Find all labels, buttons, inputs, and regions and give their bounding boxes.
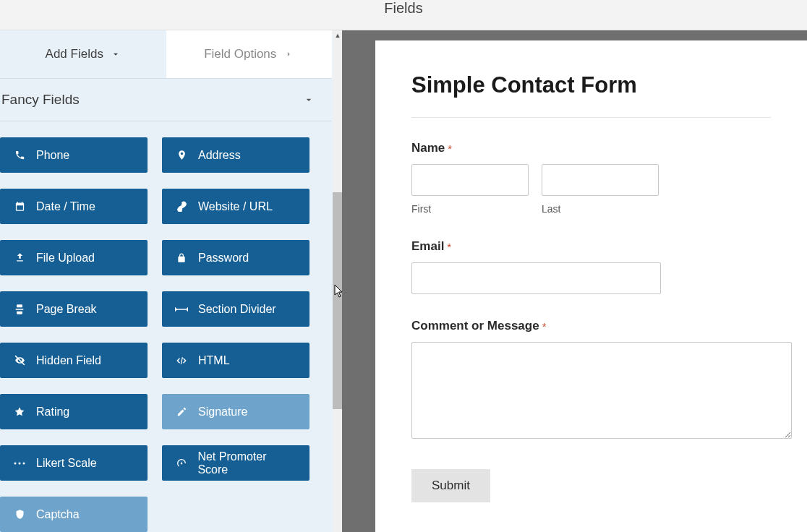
field-label: Phone	[36, 149, 69, 162]
field-label: Likert Scale	[36, 457, 97, 470]
field-label: Captcha	[36, 508, 80, 521]
first-name-input[interactable]	[411, 164, 529, 196]
field-address[interactable]: Address	[162, 137, 309, 173]
last-name-input[interactable]	[542, 164, 659, 196]
field-label: Website / URL	[198, 200, 273, 213]
field-label: Rating	[36, 406, 69, 419]
chevron-right-icon	[283, 49, 294, 59]
field-file-upload[interactable]: File Upload	[0, 240, 148, 275]
calendar-icon	[13, 201, 26, 212]
message-textarea[interactable]	[411, 342, 792, 439]
divider-icon	[175, 306, 188, 313]
fields-grid: PhoneAddressDate / TimeWebsite / URLFile…	[0, 121, 332, 532]
section-title: Fancy Fields	[1, 92, 80, 108]
form-title: Simple Contact Form	[411, 72, 771, 98]
dots-icon	[13, 460, 26, 467]
field-label: Page Break	[36, 303, 97, 316]
field-hidden-field[interactable]: Hidden Field	[0, 343, 148, 378]
svg-point-3	[23, 462, 25, 464]
email-label-text: Email	[411, 239, 444, 254]
required-marker: *	[542, 320, 547, 332]
name-label-text: Name	[411, 141, 445, 155]
field-likert-scale[interactable]: Likert Scale	[0, 445, 148, 481]
required-marker: *	[447, 241, 451, 253]
submit-button[interactable]: Submit	[411, 469, 490, 502]
phone-icon	[13, 150, 26, 160]
first-sublabel: First	[411, 203, 529, 215]
field-password[interactable]: Password	[162, 240, 309, 275]
topbar: Fields	[0, 0, 807, 30]
field-signature[interactable]: Signature	[162, 394, 309, 429]
svg-point-2	[19, 462, 21, 464]
email-label: Email *	[411, 239, 771, 254]
tab-add-fields[interactable]: Add Fields	[0, 30, 166, 78]
last-sublabel: Last	[542, 203, 659, 215]
tab-field-options[interactable]: Field Options	[166, 30, 333, 78]
pin-icon	[175, 150, 188, 160]
pencil-icon	[175, 406, 188, 417]
upload-icon	[13, 252, 26, 263]
field-label: Section Divider	[198, 303, 276, 316]
field-label: HTML	[198, 354, 230, 367]
scrollbar-thumb[interactable]	[333, 192, 343, 409]
chevron-down-icon	[111, 49, 121, 59]
tab-field-options-label: Field Options	[204, 47, 276, 61]
field-date-time[interactable]: Date / Time	[0, 189, 148, 224]
lock-icon	[175, 253, 188, 263]
pagebreak-icon	[13, 304, 26, 315]
field-label: Address	[198, 149, 241, 162]
left-panel: Add Fields Field Options Fancy Fields	[0, 30, 342, 532]
field-page-break[interactable]: Page Break	[0, 291, 148, 327]
field-section-divider[interactable]: Section Divider	[162, 291, 309, 327]
field-captcha[interactable]: Captcha	[0, 497, 148, 532]
section-fancy-fields[interactable]: Fancy Fields	[0, 78, 332, 121]
email-input[interactable]	[411, 262, 661, 294]
field-label: Signature	[198, 406, 248, 419]
message-label-text: Comment or Message	[411, 319, 539, 333]
field-label: Hidden Field	[36, 354, 101, 367]
field-rating[interactable]: Rating	[0, 394, 148, 429]
message-label: Comment or Message *	[411, 319, 771, 333]
field-label: Date / Time	[36, 200, 95, 213]
tab-add-fields-label: Add Fields	[46, 47, 103, 61]
name-label: Name *	[411, 141, 771, 155]
divider	[411, 117, 771, 118]
field-phone[interactable]: Phone	[0, 137, 148, 173]
chevron-down-icon	[303, 94, 315, 106]
field-html[interactable]: HTML	[162, 343, 309, 378]
field-label: File Upload	[36, 252, 95, 265]
field-label: Net Promoter Score	[197, 450, 296, 476]
preview-panel: Simple Contact Form Name * First Last Em…	[342, 30, 807, 532]
code-icon	[175, 355, 188, 366]
hidden-icon	[13, 354, 26, 366]
form-card: Simple Contact Form Name * First Last Em…	[375, 40, 807, 532]
topbar-title: Fields	[384, 0, 422, 17]
star-icon	[13, 406, 26, 418]
scrollbar-arrow-up-icon[interactable]: ▲	[333, 30, 343, 40]
gauge-icon	[175, 458, 187, 469]
svg-point-1	[14, 462, 17, 464]
link-icon	[175, 201, 188, 212]
field-label: Password	[198, 252, 249, 265]
field-website-url[interactable]: Website / URL	[162, 189, 309, 224]
panel-tabs: Add Fields Field Options	[0, 30, 332, 79]
required-marker: *	[448, 142, 452, 155]
field-net-promoter-score[interactable]: Net Promoter Score	[162, 445, 309, 481]
shield-icon	[13, 509, 26, 520]
